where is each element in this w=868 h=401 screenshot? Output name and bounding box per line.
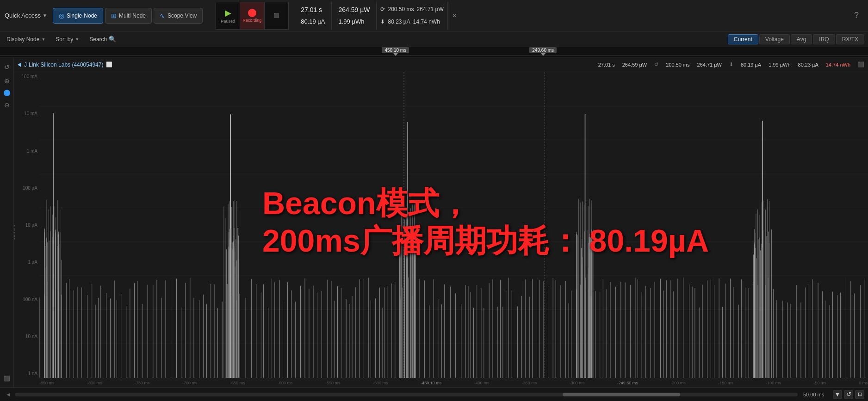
cursor2-arrow — [541, 53, 546, 56]
search-button[interactable]: Search 🔍 — [87, 35, 119, 43]
chart-svg[interactable] — [39, 72, 868, 378]
time-label-12: -300 ms — [570, 381, 585, 385]
y-axis: 100 mA 10 mA 1 mA 100 µA 10 µA 1 µA 100 … — [14, 72, 39, 378]
display-node-button[interactable]: Display Node ▼ — [4, 35, 48, 43]
chart-expand-icon[interactable]: ⬛ — [858, 62, 864, 68]
screenshot-icon[interactable]: ⬛ — [2, 373, 12, 383]
quick-access-button[interactable]: Quick Access ▼ — [5, 12, 47, 19]
y-label-100na: 100 nA — [16, 297, 37, 302]
record-button[interactable]: Recording — [240, 2, 264, 29]
close-button[interactable]: × — [448, 2, 461, 30]
chart-reset-icon[interactable]: ↺ — [654, 62, 658, 68]
avg-tab[interactable]: Avg — [791, 34, 812, 44]
stat-time-val: 27.01 s — [301, 6, 325, 13]
recording-label: Recording — [242, 18, 261, 23]
device-info: J-Link Silicon Labs (440054947) ⬜ — [18, 62, 112, 68]
cursor2-flag: 249.60 ms — [529, 47, 557, 53]
multi-node-button[interactable]: ⊞ Multi-Node — [105, 8, 152, 24]
undo-icon[interactable]: ↺ — [2, 62, 12, 72]
dl-section: ⟳ 200.50 ms 264.71 µW ⬇ 80.23 µA 14.74 n… — [377, 2, 447, 30]
scope-view-button[interactable]: ∿ Scope View — [154, 8, 203, 24]
zoom-down-button[interactable]: ▼ — [833, 390, 842, 399]
sort-by-label: Sort by — [56, 36, 73, 43]
device-edit-icon[interactable]: ⬜ — [106, 62, 112, 68]
reset-zoom-button[interactable]: ↺ — [844, 390, 853, 399]
export-button[interactable]: ⬛ — [264, 2, 288, 29]
time-label-5: -650 ms — [230, 381, 245, 385]
y-label-1na: 1 nA — [16, 371, 37, 376]
secondary-toolbar: Display Node ▼ Sort by ▼ Search 🔍 Curren… — [0, 31, 868, 47]
timeline-cursor-2[interactable]: 249.60 ms — [529, 47, 557, 56]
y-axis-title: Current — [14, 225, 16, 240]
chart-stats: 27.01 s 264.59 µW ↺ 200.50 ms 264.71 µW … — [598, 62, 864, 68]
scope-view-label: Scope View — [167, 12, 197, 19]
color-indicator[interactable] — [4, 90, 10, 96]
quick-access-label: Quick Access — [5, 12, 41, 19]
y-label-100ua: 100 µA — [16, 185, 37, 191]
left-sidebar: ↺ ⊕ ⊖ ⬛ — [0, 57, 14, 387]
time-label-7: -550 ms — [325, 381, 341, 385]
sort-by-chevron: ▼ — [75, 37, 79, 42]
time-label-3: -750 ms — [135, 381, 150, 385]
bottom-right-controls: 50.00 ms ▼ ↺ ⊡ — [803, 390, 864, 399]
time-label-1: -850 ms — [39, 381, 55, 385]
rxtx-tab-label: RX/TX — [842, 36, 858, 43]
current-tab[interactable]: Current — [728, 34, 758, 44]
scrollbar-track[interactable] — [15, 393, 798, 396]
paused-label: Paused — [221, 19, 235, 24]
time-label-14: -200 ms — [670, 381, 686, 385]
device-name-label: J-Link Silicon Labs (440054947) — [24, 62, 103, 68]
pause-icon: ▶ — [225, 8, 231, 18]
irq-tab[interactable]: IRQ — [813, 34, 835, 44]
stat-current-val: 80.19 µA — [301, 18, 325, 25]
timeline-cursor-1[interactable]: 450.10 ms — [382, 47, 409, 56]
time-axis: -850 ms -800 ms -750 ms -700 ms -650 ms … — [39, 378, 868, 387]
time-label-11: -350 ms — [522, 381, 537, 385]
y-label-100ma: 100 mA — [16, 74, 37, 79]
stat-power-val: 264.59 µW — [338, 6, 370, 13]
chart-stat-time2: 200.50 ms — [666, 62, 689, 68]
chart-stat-power1: 264.59 µW — [622, 62, 647, 68]
avg-tab-label: Avg — [797, 36, 806, 43]
voltage-tab[interactable]: Voltage — [759, 34, 790, 44]
ruler-svg — [0, 47, 868, 57]
help-icon: ? — [854, 11, 859, 20]
time-label-4: -700 ms — [182, 381, 198, 385]
irq-tab-label: IRQ — [819, 36, 829, 43]
zoom-icon[interactable]: ⊕ — [2, 76, 12, 86]
chart-download-icon[interactable]: ⬇ — [729, 62, 733, 68]
export-icon: ⬛ — [273, 13, 279, 18]
y-label-1ma: 1 mA — [16, 148, 37, 154]
single-node-label: Single-Node — [67, 12, 97, 19]
time-label-16: -100 ms — [766, 381, 781, 385]
time-label-17: -50 ms — [813, 381, 826, 385]
pause-button[interactable]: ▶ Paused — [216, 2, 240, 29]
upload-icon: ⬇ — [380, 19, 385, 25]
zoom-level-label: 50.00 ms — [803, 392, 831, 397]
time-label-10: -400 ms — [474, 381, 490, 385]
chart-header: J-Link Silicon Labs (440054947) ⬜ 27.01 … — [14, 57, 868, 72]
chart-area[interactable]: J-Link Silicon Labs (440054947) ⬜ 27.01 … — [14, 57, 868, 387]
scroll-left-icon: ◄ — [6, 391, 11, 398]
cursor2-pos: 249.60 ms — [532, 48, 554, 53]
fit-button[interactable]: ⊡ — [855, 390, 864, 399]
chart-stat-energy1: 1.99 µWh — [769, 62, 790, 68]
sort-by-button[interactable]: Sort by ▼ — [53, 35, 82, 43]
scroll-left-button[interactable]: ◄ — [4, 390, 13, 399]
display-node-chevron: ▼ — [41, 37, 45, 42]
scrollbar-thumb[interactable] — [563, 393, 680, 396]
download-icon: ⟳ — [380, 6, 385, 12]
multi-node-icon: ⊞ — [111, 12, 117, 19]
timeline-ruler[interactable]: 450.10 ms 249.60 ms — [0, 47, 868, 57]
scope-view-icon: ∿ — [160, 12, 165, 19]
search-icon: 🔍 — [109, 36, 116, 43]
minus-icon[interactable]: ⊖ — [2, 100, 12, 110]
chart-stat-current1: 80.19 µA — [741, 62, 761, 68]
single-node-button[interactable]: ◎ Single-Node — [53, 8, 103, 24]
stat-power-box: 264.59 µW 1.99 µWh — [332, 2, 377, 30]
rxtx-tab[interactable]: RX/TX — [836, 34, 864, 44]
help-button[interactable]: ? — [849, 11, 863, 20]
time-label-8: -500 ms — [373, 381, 388, 385]
playback-controls: ▶ Paused Recording ⬛ — [216, 2, 289, 30]
collapse-arrow[interactable] — [18, 62, 21, 67]
